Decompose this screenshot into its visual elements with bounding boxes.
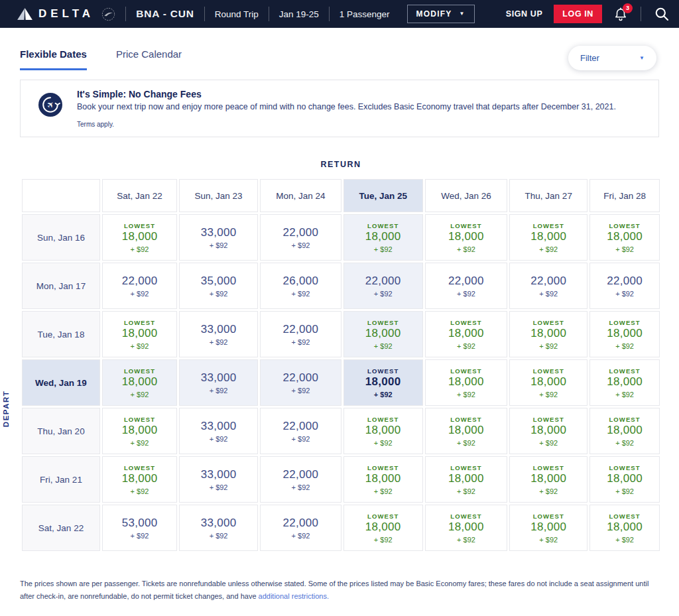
fare-cell[interactable]: 33,000+ $92 (179, 505, 258, 551)
tabs-row: Flexible Dates Price Calendar Filter ▼ (0, 28, 679, 70)
fare-row: Fri, Jan 21LOWEST18,000+ $9233,000+ $922… (22, 456, 660, 503)
fare-cash: + $92 (180, 532, 257, 540)
fare-cash: + $92 (590, 342, 659, 350)
fare-miles: 22,000 (261, 226, 341, 239)
fare-miles: 18,000 (590, 327, 659, 340)
fare-cell[interactable]: 22,000+ $92 (589, 263, 660, 309)
fare-cash: + $92 (510, 536, 587, 544)
fare-cell[interactable]: 33,000+ $92 (179, 408, 258, 454)
fare-cash: + $92 (261, 387, 341, 395)
top-navbar: DELTA BNA - CUN Round Trip Jan 19-25 1 P… (0, 0, 679, 28)
fare-cell[interactable]: LOWEST18,000+ $92 (343, 214, 423, 261)
column-header-row: Sat, Jan 22Sun, Jan 23Mon, Jan 24Tue, Ja… (22, 179, 660, 212)
depart-date-header: Fri, Jan 21 (22, 456, 100, 503)
fare-cell[interactable]: LOWEST18,000+ $92 (509, 359, 587, 406)
fare-cell[interactable]: 22,000+ $92 (509, 263, 587, 309)
search-button[interactable] (654, 6, 670, 22)
fare-cell[interactable]: LOWEST18,000+ $92 (425, 408, 508, 454)
fare-cell[interactable]: 22,000+ $92 (102, 263, 177, 309)
fare-cell[interactable]: LOWEST18,000+ $92 (425, 456, 508, 503)
log-in-button[interactable]: LOG IN (554, 5, 602, 23)
fare-cell[interactable]: LOWEST18,000+ $92 (343, 505, 423, 551)
terms-apply-link[interactable]: Terms apply. (77, 121, 616, 128)
fare-miles: 18,000 (510, 424, 587, 437)
fare-cell[interactable]: LOWEST18,000+ $92 (343, 408, 423, 454)
fare-row: Mon, Jan 1722,000+ $9235,000+ $9226,000+… (22, 263, 660, 309)
fare-cell[interactable]: LOWEST18,000+ $92 (509, 408, 587, 454)
fare-cell[interactable]: LOWEST18,000+ $92 (589, 408, 660, 454)
fare-cell[interactable]: LOWEST18,000+ $92 (102, 311, 177, 357)
tab-price-calendar[interactable]: Price Calendar (116, 48, 182, 68)
fare-cell[interactable]: 22,000+ $92 (260, 311, 341, 357)
fare-cell[interactable]: LOWEST18,000+ $92 (102, 214, 177, 261)
fare-cell[interactable]: LOWEST18,000+ $92 (343, 311, 423, 357)
fare-miles: 22,000 (426, 275, 507, 288)
fare-row: Tue, Jan 18LOWEST18,000+ $9233,000+ $922… (22, 311, 660, 357)
fare-cell[interactable]: LOWEST18,000+ $92 (425, 214, 508, 261)
fare-cell[interactable]: LOWEST18,000+ $92 (343, 359, 423, 406)
fare-cash: + $92 (180, 290, 257, 298)
search-icon (654, 6, 670, 22)
fare-cell[interactable]: LOWEST18,000+ $92 (509, 505, 587, 551)
lowest-fare-tag: LOWEST (510, 367, 587, 375)
depart-date-header: Sun, Jan 16 (22, 214, 100, 261)
fare-cell[interactable]: 33,000+ $92 (179, 214, 258, 261)
lowest-fare-tag: LOWEST (510, 416, 587, 423)
fare-cell[interactable]: 33,000+ $92 (179, 456, 258, 503)
fare-cell[interactable]: LOWEST18,000+ $92 (509, 456, 587, 503)
fare-cell[interactable]: LOWEST18,000+ $92 (343, 456, 423, 503)
nav-trip-type: Round Trip (215, 9, 259, 19)
fare-cell[interactable]: 22,000+ $92 (260, 505, 341, 551)
fare-cell[interactable]: 33,000+ $92 (179, 359, 258, 406)
modify-button[interactable]: MODIFY ▼ (407, 5, 475, 23)
fare-cell[interactable]: LOWEST18,000+ $92 (102, 359, 177, 406)
filter-dropdown[interactable]: Filter ▼ (568, 46, 656, 70)
fare-cell[interactable]: LOWEST18,000+ $92 (589, 214, 660, 261)
fare-miles: 18,000 (510, 327, 587, 340)
fare-cell[interactable]: 33,000+ $92 (179, 311, 258, 357)
fare-cell[interactable]: LOWEST18,000+ $92 (589, 359, 660, 406)
matrix-corner-cell (22, 179, 100, 212)
fare-cell[interactable]: LOWEST18,000+ $92 (509, 311, 587, 357)
fare-cell[interactable]: LOWEST18,000+ $92 (425, 311, 508, 357)
fare-cell[interactable]: 22,000+ $92 (425, 263, 508, 309)
fare-cell[interactable]: 35,000+ $92 (179, 263, 258, 309)
fare-miles: 18,000 (510, 375, 587, 389)
fare-miles: 22,000 (261, 517, 341, 530)
fare-cell[interactable]: 22,000+ $92 (260, 214, 341, 261)
banner-body: Book your next trip now and enjoy more p… (77, 102, 616, 111)
fare-cell[interactable]: LOWEST18,000+ $92 (589, 456, 660, 503)
fare-cell[interactable]: LOWEST18,000+ $92 (589, 311, 660, 357)
fare-cash: + $92 (510, 487, 587, 495)
fare-row: Thu, Jan 20LOWEST18,000+ $9233,000+ $922… (22, 408, 660, 454)
return-date-header: Wed, Jan 26 (425, 179, 508, 212)
fare-cash: + $92 (261, 483, 341, 491)
fare-cash: + $92 (426, 487, 507, 495)
fare-cash: + $92 (180, 387, 257, 395)
fare-cell[interactable]: LOWEST18,000+ $92 (102, 408, 177, 454)
fare-cash: + $92 (590, 536, 659, 544)
fare-cell[interactable]: 22,000+ $92 (343, 263, 423, 309)
fare-cell[interactable]: LOWEST18,000+ $92 (425, 505, 508, 551)
fare-cell[interactable]: 22,000+ $92 (260, 408, 341, 454)
delta-logo[interactable]: DELTA (17, 7, 115, 21)
fare-cell[interactable]: LOWEST18,000+ $92 (509, 214, 587, 261)
lowest-fare-tag: LOWEST (103, 416, 176, 423)
fare-cell[interactable]: LOWEST18,000+ $92 (102, 456, 177, 503)
fare-cell[interactable]: LOWEST18,000+ $92 (589, 505, 660, 551)
notifications-button[interactable]: 3 (613, 7, 628, 22)
fare-cash: + $92 (261, 290, 341, 298)
tab-flexible-dates[interactable]: Flexible Dates (20, 48, 87, 70)
additional-restrictions-link[interactable]: additional restrictions. (259, 592, 329, 600)
brand-name: DELTA (38, 7, 94, 21)
lowest-fare-tag: LOWEST (426, 416, 507, 423)
fare-cell[interactable]: LOWEST18,000+ $92 (425, 359, 508, 406)
fare-cell[interactable]: 22,000+ $92 (260, 456, 341, 503)
fare-cell[interactable]: 22,000+ $92 (260, 359, 341, 406)
fare-cell[interactable]: 53,000+ $92 (102, 505, 177, 551)
fare-table: Sat, Jan 22Sun, Jan 23Mon, Jan 24Tue, Ja… (20, 177, 662, 553)
sign-up-link[interactable]: SIGN UP (506, 9, 543, 19)
fare-cell[interactable]: 26,000+ $92 (260, 263, 341, 309)
fare-miles: 18,000 (510, 521, 587, 534)
fare-cash: + $92 (261, 241, 341, 249)
